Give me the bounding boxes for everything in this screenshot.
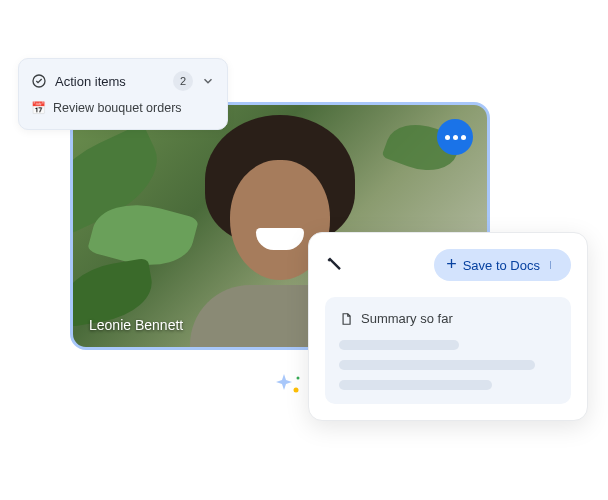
summary-placeholder-line xyxy=(339,380,492,390)
svg-point-2 xyxy=(297,377,300,380)
summary-placeholder-line xyxy=(339,360,535,370)
summary-placeholder-line xyxy=(339,340,459,350)
action-items-card[interactable]: Action items 2 📅 Review bouquet orders xyxy=(18,58,228,130)
action-items-title: Action items xyxy=(55,74,165,89)
summary-card: + Save to Docs Summary so far xyxy=(308,232,588,421)
more-horizontal-icon xyxy=(453,135,458,140)
more-horizontal-icon xyxy=(461,135,466,140)
document-icon xyxy=(339,312,353,326)
action-items-header[interactable]: Action items 2 xyxy=(31,71,215,91)
action-item-row[interactable]: 📅 Review bouquet orders xyxy=(31,101,215,115)
action-items-count: 2 xyxy=(173,71,193,91)
participant-name: Leonie Bennett xyxy=(89,317,183,333)
summary-header: + Save to Docs xyxy=(325,249,571,281)
summary-body: Summary so far xyxy=(325,297,571,404)
chevron-down-icon xyxy=(201,74,215,88)
save-dropdown-trigger[interactable] xyxy=(550,261,559,269)
more-options-button[interactable] xyxy=(437,119,473,155)
check-circle-icon xyxy=(31,73,47,89)
save-to-docs-label: Save to Docs xyxy=(463,258,540,273)
summary-body-header: Summary so far xyxy=(339,311,557,326)
summary-label: Summary so far xyxy=(361,311,453,326)
svg-point-1 xyxy=(294,388,299,393)
more-horizontal-icon xyxy=(445,135,450,140)
plus-icon: + xyxy=(446,255,457,273)
save-to-docs-button[interactable]: + Save to Docs xyxy=(434,249,571,281)
action-item-label: Review bouquet orders xyxy=(53,101,182,115)
magic-pencil-icon[interactable] xyxy=(325,255,345,275)
calendar-icon: 📅 xyxy=(31,101,45,115)
sparkle-icon xyxy=(274,370,302,398)
